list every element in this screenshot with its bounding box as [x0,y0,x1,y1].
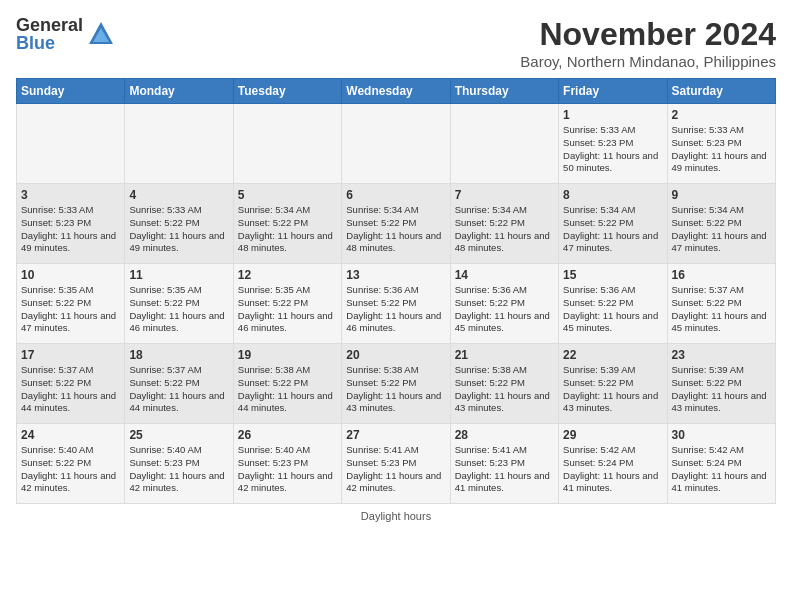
day-number: 17 [21,348,120,362]
day-number: 16 [672,268,771,282]
day-info: Sunrise: 5:42 AMSunset: 5:24 PMDaylight:… [672,444,771,495]
calendar-cell: 15Sunrise: 5:36 AMSunset: 5:22 PMDayligh… [559,264,667,344]
calendar-cell: 25Sunrise: 5:40 AMSunset: 5:23 PMDayligh… [125,424,233,504]
day-number: 24 [21,428,120,442]
calendar-week-4: 17Sunrise: 5:37 AMSunset: 5:22 PMDayligh… [17,344,776,424]
col-tuesday: Tuesday [233,79,341,104]
day-number: 13 [346,268,445,282]
logo: General Blue [16,16,115,52]
calendar-week-3: 10Sunrise: 5:35 AMSunset: 5:22 PMDayligh… [17,264,776,344]
day-info: Sunrise: 5:36 AMSunset: 5:22 PMDaylight:… [346,284,445,335]
logo-icon [87,20,115,48]
calendar-week-1: 1Sunrise: 5:33 AMSunset: 5:23 PMDaylight… [17,104,776,184]
day-number: 10 [21,268,120,282]
calendar-cell: 6Sunrise: 5:34 AMSunset: 5:22 PMDaylight… [342,184,450,264]
day-number: 4 [129,188,228,202]
day-info: Sunrise: 5:37 AMSunset: 5:22 PMDaylight:… [21,364,120,415]
day-number: 19 [238,348,337,362]
day-number: 5 [238,188,337,202]
calendar-cell: 23Sunrise: 5:39 AMSunset: 5:22 PMDayligh… [667,344,775,424]
calendar-cell: 10Sunrise: 5:35 AMSunset: 5:22 PMDayligh… [17,264,125,344]
day-info: Sunrise: 5:40 AMSunset: 5:23 PMDaylight:… [238,444,337,495]
day-info: Sunrise: 5:36 AMSunset: 5:22 PMDaylight:… [563,284,662,335]
col-wednesday: Wednesday [342,79,450,104]
calendar-body: 1Sunrise: 5:33 AMSunset: 5:23 PMDaylight… [17,104,776,504]
day-number: 29 [563,428,662,442]
footer-legend: Daylight hours [16,510,776,522]
calendar-week-2: 3Sunrise: 5:33 AMSunset: 5:23 PMDaylight… [17,184,776,264]
day-info: Sunrise: 5:37 AMSunset: 5:22 PMDaylight:… [672,284,771,335]
calendar-cell: 22Sunrise: 5:39 AMSunset: 5:22 PMDayligh… [559,344,667,424]
calendar-cell: 21Sunrise: 5:38 AMSunset: 5:22 PMDayligh… [450,344,558,424]
day-number: 20 [346,348,445,362]
logo-blue-text: Blue [16,34,83,52]
day-info: Sunrise: 5:34 AMSunset: 5:22 PMDaylight:… [563,204,662,255]
day-info: Sunrise: 5:34 AMSunset: 5:22 PMDaylight:… [455,204,554,255]
calendar-cell: 19Sunrise: 5:38 AMSunset: 5:22 PMDayligh… [233,344,341,424]
day-number: 2 [672,108,771,122]
calendar-cell: 30Sunrise: 5:42 AMSunset: 5:24 PMDayligh… [667,424,775,504]
calendar-header: Sunday Monday Tuesday Wednesday Thursday… [17,79,776,104]
day-number: 30 [672,428,771,442]
day-number: 22 [563,348,662,362]
col-monday: Monday [125,79,233,104]
day-info: Sunrise: 5:34 AMSunset: 5:22 PMDaylight:… [672,204,771,255]
col-thursday: Thursday [450,79,558,104]
day-info: Sunrise: 5:39 AMSunset: 5:22 PMDaylight:… [563,364,662,415]
calendar-cell [450,104,558,184]
calendar-table: Sunday Monday Tuesday Wednesday Thursday… [16,78,776,504]
calendar-week-5: 24Sunrise: 5:40 AMSunset: 5:22 PMDayligh… [17,424,776,504]
day-info: Sunrise: 5:35 AMSunset: 5:22 PMDaylight:… [129,284,228,335]
day-number: 27 [346,428,445,442]
calendar-cell: 26Sunrise: 5:40 AMSunset: 5:23 PMDayligh… [233,424,341,504]
calendar-cell: 5Sunrise: 5:34 AMSunset: 5:22 PMDaylight… [233,184,341,264]
day-number: 3 [21,188,120,202]
day-info: Sunrise: 5:36 AMSunset: 5:22 PMDaylight:… [455,284,554,335]
calendar-cell: 28Sunrise: 5:41 AMSunset: 5:23 PMDayligh… [450,424,558,504]
day-number: 23 [672,348,771,362]
day-info: Sunrise: 5:41 AMSunset: 5:23 PMDaylight:… [455,444,554,495]
calendar-cell: 16Sunrise: 5:37 AMSunset: 5:22 PMDayligh… [667,264,775,344]
footer-daylight-hours: Daylight hours [361,510,431,522]
calendar-cell: 1Sunrise: 5:33 AMSunset: 5:23 PMDaylight… [559,104,667,184]
calendar-cell: 29Sunrise: 5:42 AMSunset: 5:24 PMDayligh… [559,424,667,504]
calendar-cell: 13Sunrise: 5:36 AMSunset: 5:22 PMDayligh… [342,264,450,344]
calendar-cell: 18Sunrise: 5:37 AMSunset: 5:22 PMDayligh… [125,344,233,424]
col-saturday: Saturday [667,79,775,104]
calendar-cell: 20Sunrise: 5:38 AMSunset: 5:22 PMDayligh… [342,344,450,424]
day-number: 26 [238,428,337,442]
title-block: November 2024 Baroy, Northern Mindanao, … [520,16,776,70]
location-title: Baroy, Northern Mindanao, Philippines [520,53,776,70]
calendar-cell: 8Sunrise: 5:34 AMSunset: 5:22 PMDaylight… [559,184,667,264]
day-number: 7 [455,188,554,202]
day-number: 8 [563,188,662,202]
day-info: Sunrise: 5:33 AMSunset: 5:23 PMDaylight:… [21,204,120,255]
day-info: Sunrise: 5:42 AMSunset: 5:24 PMDaylight:… [563,444,662,495]
day-info: Sunrise: 5:37 AMSunset: 5:22 PMDaylight:… [129,364,228,415]
calendar-cell: 14Sunrise: 5:36 AMSunset: 5:22 PMDayligh… [450,264,558,344]
logo-general-text: General [16,16,83,34]
day-info: Sunrise: 5:39 AMSunset: 5:22 PMDaylight:… [672,364,771,415]
calendar-cell: 7Sunrise: 5:34 AMSunset: 5:22 PMDaylight… [450,184,558,264]
calendar-cell: 3Sunrise: 5:33 AMSunset: 5:23 PMDaylight… [17,184,125,264]
day-info: Sunrise: 5:33 AMSunset: 5:23 PMDaylight:… [672,124,771,175]
day-number: 6 [346,188,445,202]
day-number: 11 [129,268,228,282]
calendar-cell: 24Sunrise: 5:40 AMSunset: 5:22 PMDayligh… [17,424,125,504]
day-number: 25 [129,428,228,442]
day-info: Sunrise: 5:34 AMSunset: 5:22 PMDaylight:… [238,204,337,255]
day-info: Sunrise: 5:33 AMSunset: 5:22 PMDaylight:… [129,204,228,255]
day-info: Sunrise: 5:38 AMSunset: 5:22 PMDaylight:… [346,364,445,415]
day-info: Sunrise: 5:34 AMSunset: 5:22 PMDaylight:… [346,204,445,255]
day-info: Sunrise: 5:38 AMSunset: 5:22 PMDaylight:… [455,364,554,415]
day-number: 15 [563,268,662,282]
day-number: 9 [672,188,771,202]
calendar-cell [233,104,341,184]
header-row: Sunday Monday Tuesday Wednesday Thursday… [17,79,776,104]
page-header: General Blue November 2024 Baroy, Northe… [16,16,776,70]
day-number: 12 [238,268,337,282]
day-info: Sunrise: 5:41 AMSunset: 5:23 PMDaylight:… [346,444,445,495]
day-number: 14 [455,268,554,282]
day-number: 28 [455,428,554,442]
month-title: November 2024 [520,16,776,53]
